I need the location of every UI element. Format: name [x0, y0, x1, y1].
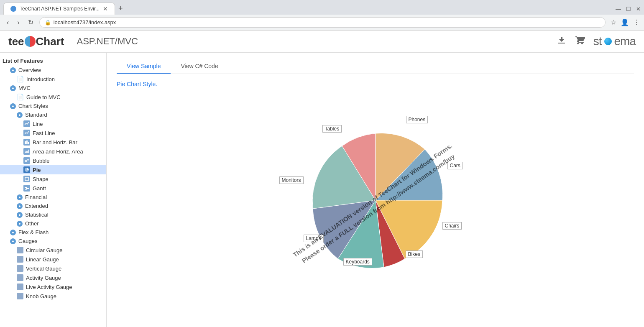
bookmark-icon[interactable]: ☆	[611, 18, 616, 26]
flex-flash-expand-icon: ●	[10, 230, 16, 235]
label-tables: Tables	[322, 125, 342, 133]
label-bikes: Bikes	[406, 250, 423, 258]
chart-styles-label: Chart Styles	[18, 103, 48, 109]
tab-close-button[interactable]: ✕	[103, 5, 108, 12]
guide-doc-icon: 📄	[17, 94, 24, 100]
label-phones: Phones	[406, 116, 428, 123]
statistical-label: Statistical	[25, 212, 49, 218]
sidebar-item-activity-gauge[interactable]: Activity Gauge	[0, 273, 106, 282]
steema-text: st	[593, 35, 602, 48]
header-icons: st ema	[557, 35, 636, 48]
content-inner: View Sample View C# Code Pie Chart Style…	[107, 53, 644, 320]
svg-rect-1	[26, 141, 28, 144]
tab-view-code[interactable]: View C# Code	[171, 59, 228, 74]
bar-icon	[23, 139, 30, 146]
line-icon	[23, 120, 30, 127]
sidebar-item-extended[interactable]: ● Extended	[0, 202, 106, 210]
bubble-label: Bubble	[33, 158, 49, 164]
menu-icon[interactable]: ⋮	[633, 18, 640, 26]
knob-gauge-label: Knob Gauge	[26, 293, 56, 299]
sidebar-item-bar-horiz-bar[interactable]: Bar and Horiz. Bar	[0, 138, 106, 147]
sidebar-item-area-horiz-area[interactable]: Area and Horiz. Area	[0, 147, 106, 156]
vertical-gauge-icon	[17, 265, 23, 272]
standard-collapse-icon: ●	[17, 112, 23, 118]
shape-icon	[23, 176, 30, 182]
tab-title: TeeChart ASP.NET Samples Envir...	[20, 6, 100, 12]
sidebar-item-introduction[interactable]: 📄 Introduction	[0, 74, 106, 84]
back-button[interactable]: ‹	[4, 18, 11, 27]
live-activity-gauge-label: Live Activity Gauge	[26, 284, 72, 290]
knob-gauge-icon	[17, 293, 23, 299]
financial-label: Financial	[25, 194, 47, 200]
sidebar-item-chart-styles[interactable]: ● Chart Styles	[0, 102, 106, 110]
svg-rect-9	[25, 189, 27, 190]
tab-view-sample[interactable]: View Sample	[117, 59, 171, 74]
flex-flash-label: Flex & Flash	[18, 229, 49, 235]
browser-tab[interactable]: TeeChart ASP.NET Samples Envir... ✕	[3, 3, 115, 15]
line-label: Line	[33, 121, 43, 127]
pie-chart-style-link[interactable]: Pie Chart Style.	[117, 81, 157, 87]
svg-point-5	[27, 159, 29, 161]
sidebar-item-gauges[interactable]: ● Gauges	[0, 237, 106, 245]
sidebar-item-live-activity-gauge[interactable]: Live Activity Gauge	[0, 282, 106, 291]
shape-label: Shape	[33, 176, 49, 182]
steema-text2: ema	[614, 35, 636, 48]
sidebar-item-standard[interactable]: ● Standard	[0, 110, 106, 119]
overview-label: Overview	[18, 67, 41, 73]
content-area: View Sample View C# Code Pie Chart Style…	[107, 53, 644, 327]
sidebar-item-bubble[interactable]: Bubble	[0, 156, 106, 165]
bar-horiz-bar-label: Bar and Horiz. Bar	[33, 139, 77, 146]
sidebar-item-other[interactable]: ● Other	[0, 219, 106, 228]
fast-line-icon	[23, 130, 30, 136]
chart-styles-expand-icon: ●	[10, 103, 16, 109]
sidebar-item-shape[interactable]: Shape	[0, 174, 106, 184]
download-icon[interactable]	[557, 35, 567, 48]
gauges-label: Gauges	[18, 238, 38, 244]
browser-chrome: TeeChart ASP.NET Samples Envir... ✕ + — …	[0, 0, 644, 15]
sidebar-item-mvc[interactable]: ● MVC	[0, 84, 106, 92]
label-cars: Cars	[447, 162, 463, 169]
maximize-button[interactable]: ☐	[626, 6, 631, 12]
browser-toolbar: ‹ › ↻ 🔒 localhost:4737/index.aspx ☆ 👤 ⋮	[0, 15, 644, 31]
profile-icon[interactable]: 👤	[621, 18, 629, 26]
steema-logo: st ema	[593, 35, 636, 48]
sidebar-item-vertical-gauge[interactable]: Vertical Gauge	[0, 264, 106, 273]
other-expand-icon: ●	[17, 221, 23, 227]
live-activity-gauge-icon	[17, 284, 23, 290]
sidebar-item-gantt[interactable]: Gantt	[0, 184, 106, 193]
sidebar-item-circular-gauge[interactable]: Circular Gauge	[0, 245, 106, 255]
sidebar-item-knob-gauge[interactable]: Knob Gauge	[0, 291, 106, 301]
sidebar-item-fast-line[interactable]: Fast Line	[0, 128, 106, 138]
refresh-button[interactable]: ↻	[26, 18, 36, 27]
sidebar-item-linear-gauge[interactable]: Linear Gauge	[0, 255, 106, 264]
close-button[interactable]: ✕	[636, 6, 641, 12]
new-tab-button[interactable]: +	[115, 3, 126, 15]
chart-container: This is an EVALUATION version of TeeChar…	[117, 96, 634, 313]
address-bar[interactable]: 🔒 localhost:4737/index.aspx	[39, 17, 606, 28]
svg-marker-3	[25, 149, 29, 153]
area-icon	[23, 148, 30, 155]
svg-rect-0	[25, 141, 26, 144]
sidebar: List of Features ● Overview 📄 Introducti…	[0, 53, 107, 327]
minimize-button[interactable]: —	[616, 6, 621, 12]
sidebar-item-financial[interactable]: ● Financial	[0, 193, 106, 202]
sidebar-item-guide-to-mvc[interactable]: 📄 Guide to MVC	[0, 92, 106, 102]
svg-rect-2	[28, 142, 29, 144]
linear-gauge-label: Linear Gauge	[26, 256, 59, 263]
label-monitors: Monitors	[279, 176, 304, 184]
sidebar-item-line[interactable]: Line	[0, 119, 106, 128]
cart-icon[interactable]	[575, 35, 585, 48]
area-horiz-area-label: Area and Horiz. Area	[33, 148, 83, 155]
financial-expand-icon: ●	[17, 194, 23, 200]
sidebar-section-header: List of Features	[0, 56, 106, 66]
extended-label: Extended	[25, 203, 48, 209]
pie-icon	[23, 166, 30, 173]
sidebar-item-flex-flash[interactable]: ● Flex & Flash	[0, 228, 106, 237]
forward-button[interactable]: ›	[15, 18, 22, 27]
standard-label: Standard	[25, 112, 47, 118]
sidebar-item-pie[interactable]: Pie	[0, 165, 106, 174]
label-lamps: Lamps	[304, 235, 324, 242]
activity-gauge-icon	[17, 274, 23, 281]
sidebar-item-statistical[interactable]: ● Statistical	[0, 210, 106, 219]
sidebar-item-overview[interactable]: ● Overview	[0, 66, 106, 74]
